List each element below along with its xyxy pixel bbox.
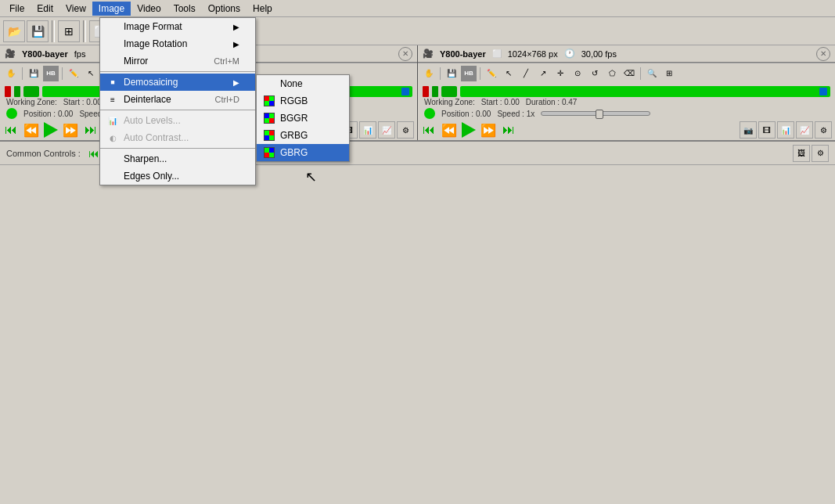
cc-extra-btns: 🖼 ⚙ <box>793 145 829 162</box>
right-tl-thumb[interactable] <box>819 88 827 95</box>
demosaicing-bggr[interactable]: BGGR <box>257 110 349 127</box>
right-tl-bracket2 <box>441 86 457 97</box>
right-speed-track[interactable] <box>541 111 650 116</box>
left-extra-3[interactable]: 📊 <box>359 121 376 139</box>
right-prev-frame[interactable]: ⏪ <box>440 123 459 138</box>
rtb-hand[interactable]: ✋ <box>421 66 437 81</box>
menubar: File Edit View Image Video Tools Options… <box>0 0 835 17</box>
toolbar-save[interactable]: 💾 <box>27 20 49 42</box>
menu-file[interactable]: File <box>3 2 31 16</box>
left-wz-label: Working Zone: <box>6 98 57 106</box>
left-extra-4[interactable]: 📈 <box>378 121 395 139</box>
menu-deinterlace[interactable]: ≡ Deinterlace Ctrl+D <box>100 91 255 108</box>
right-skip-to-start[interactable]: ⏮ <box>421 123 437 137</box>
ltb-sep2 <box>62 67 63 80</box>
rtb-cursor[interactable]: ↖ <box>501 66 516 81</box>
demosaicing-submenu: None RGGB BGGR GRBG GBRG <box>256 74 350 162</box>
toolbar-sep-1 <box>52 20 55 42</box>
right-panel-close[interactable]: ✕ <box>816 47 830 61</box>
menu-tools[interactable]: Tools <box>167 2 202 16</box>
left-skip-to-start[interactable]: ⏮ <box>3 123 19 137</box>
right-extra-5[interactable]: ⚙ <box>815 121 832 139</box>
menu-help[interactable]: Help <box>247 2 279 16</box>
left-tl-marker1 <box>5 86 11 97</box>
menu-sharpen[interactable]: Sharpen... <box>100 150 255 167</box>
left-panel-close[interactable]: ✕ <box>398 47 412 61</box>
deinterlace-shortcut: Ctrl+D <box>215 95 239 104</box>
right-extra-1[interactable]: 📷 <box>740 121 757 139</box>
menu-image[interactable]: Image <box>92 2 131 16</box>
ltb-pen[interactable]: ✏️ <box>66 66 81 81</box>
demosaicing-gbrg[interactable]: GBRG <box>257 144 349 161</box>
ltb-hb[interactable]: HB <box>43 66 59 81</box>
left-next-frame[interactable]: ⏩ <box>61 123 80 138</box>
rtb-save[interactable]: 💾 <box>444 66 459 81</box>
right-wz-duration: Duration : 0.47 <box>526 98 578 106</box>
menu-demosaicing[interactable]: ■ Demosaicing ▶ <box>100 74 255 91</box>
right-pos-row: Position : 0.00 Speed : 1x <box>421 107 832 120</box>
right-extra-3[interactable]: 📊 <box>777 121 794 139</box>
right-next-frame[interactable]: ⏩ <box>479 123 498 138</box>
right-extra-2[interactable]: 🎞 <box>758 121 776 139</box>
menu-sep-3 <box>100 148 255 149</box>
right-speed-thumb[interactable] <box>596 110 603 119</box>
rtb-erase[interactable]: ⌫ <box>621 66 637 81</box>
auto-contrast-label: Auto Contrast... <box>124 132 189 143</box>
ltb-cursor[interactable]: ↖ <box>83 66 99 81</box>
cc-skip-to-start[interactable]: ⏮ <box>88 147 99 160</box>
menu-mirror[interactable]: Mirror Ctrl+M <box>100 52 255 70</box>
rtb-zoom[interactable]: 🔍 <box>644 66 660 81</box>
ltb-save[interactable]: 💾 <box>26 66 41 81</box>
rtb-hb[interactable]: HB <box>461 66 477 81</box>
rtb-ellipse[interactable]: ⊙ <box>570 66 585 81</box>
right-timeline-bar[interactable] <box>460 86 830 97</box>
right-video-toolbar: ✋ 💾 HB ✏️ ↖ ╱ ↗ ✛ ⊙ ↺ ⬠ ⌫ 🔍 ⊞ <box>418 63 835 83</box>
rtb-cross[interactable]: ✛ <box>552 66 568 81</box>
menu-edges-only[interactable]: Edges Only... <box>100 167 255 185</box>
rtb-pen[interactable]: ✏️ <box>484 66 499 81</box>
right-panel-header: 🎥 Y800-bayer ⬜ 1024×768 px 🕐 30,00 fps ✕ <box>418 45 835 63</box>
rtb-rot[interactable]: ↺ <box>587 66 603 81</box>
demosaicing-rggb[interactable]: RGGB <box>257 92 349 110</box>
right-play-btn[interactable] <box>462 122 476 138</box>
sharpen-label: Sharpen... <box>124 153 167 164</box>
rggb-icon <box>261 95 277 107</box>
toolbar-sep-2 <box>83 20 86 42</box>
right-panel-resize-icon: ⬜ <box>492 49 502 58</box>
left-prev-frame[interactable]: ⏪ <box>22 123 41 138</box>
left-extra-5[interactable]: ⚙ <box>397 121 414 139</box>
rtb-line[interactable]: ╱ <box>518 66 534 81</box>
menu-options[interactable]: Options <box>202 2 247 16</box>
menu-video[interactable]: Video <box>131 2 167 16</box>
toolbar-open[interactable]: 📂 <box>3 20 25 42</box>
left-tl-thumb[interactable] <box>401 88 409 95</box>
none-icon <box>261 77 277 90</box>
menu-auto-levels: 📊 Auto Levels... <box>100 112 255 129</box>
cc-btn2[interactable]: ⚙ <box>812 145 829 162</box>
menu-image-format[interactable]: Image Format ▶ <box>100 18 255 35</box>
left-green-dot <box>6 108 17 119</box>
menu-view[interactable]: View <box>59 2 92 16</box>
toolbar-grid[interactable]: ⊞ <box>58 20 80 42</box>
menu-edit[interactable]: Edit <box>31 2 59 16</box>
auto-contrast-icon: ◐ <box>105 131 121 144</box>
rtb-poly[interactable]: ⬠ <box>604 66 620 81</box>
menu-auto-contrast: ◐ Auto Contrast... <box>100 129 255 146</box>
deinterlace-label: Deinterlace <box>124 94 171 105</box>
rtb-arrow[interactable]: ↗ <box>535 66 551 81</box>
rtb-grid2[interactable]: ⊞ <box>661 66 677 81</box>
right-panel-controls: Working Zone: Start : 0.00 Duration : 0.… <box>418 83 835 140</box>
right-wz-start: Start : 0.00 <box>481 98 520 106</box>
right-skip-to-end[interactable]: ⏭ <box>501 123 516 137</box>
right-panel: 🎥 Y800-bayer ⬜ 1024×768 px 🕐 30,00 fps ✕… <box>418 45 835 140</box>
demosaicing-grbg[interactable]: GRBG <box>257 127 349 144</box>
ltb-hand[interactable]: ✋ <box>3 66 19 81</box>
rggb-label: RGGB <box>280 95 308 106</box>
left-skip-to-end[interactable]: ⏭ <box>83 123 99 137</box>
menu-image-rotation[interactable]: Image Rotation ▶ <box>100 35 255 52</box>
demosaicing-none[interactable]: None <box>257 75 349 92</box>
left-play-btn[interactable] <box>44 122 58 138</box>
mirror-label: Mirror <box>124 56 148 67</box>
right-extra-4[interactable]: 📈 <box>796 121 813 139</box>
cc-btn1[interactable]: 🖼 <box>793 145 810 162</box>
